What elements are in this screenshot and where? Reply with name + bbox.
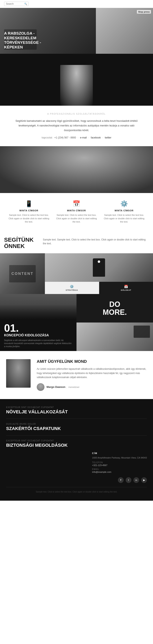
testimonial-section: AMIT ÜGYFELÜNK MOND Az üzleti csúcson je… [0,351,153,399]
testimonial-portrait-image [6,359,31,388]
info-contact: kapcsolat: +1 (234) 567 - 8900 · e-mail … [11,136,142,139]
social-facebook[interactable]: f [118,477,124,483]
header: 🔍 [0,0,153,8]
contact-sep2: · [88,136,89,139]
footer-contact-title: CÍM [92,452,147,454]
hero-title: A RABSZOLGA - KERESKEDELEM TÖRVÉNYESSÉGE… [4,31,47,50]
hero-section: Stop press A RABSZOLGA - KERESKEDELEM TÖ… [0,8,153,54]
contact-sep1: · [78,136,78,139]
segitunk-laptop-image: CONTENT [0,253,45,294]
author-sep: , [66,386,67,388]
footer-section: Excepteur sint occaecat cupidatat NÖVELJ… [0,399,153,501]
do-more-panel: DO MORE. [77,294,153,322]
segitunk-section: SEGÍTÜNK ÖNNEK Sample text. Sample text.… [0,231,153,294]
golok-box[interactable]: 📅 GÓLOKAT [99,282,153,294]
koncepcio-top-image [0,294,77,320]
contact-label: kapcsolat: [42,136,53,139]
footer-phone-label: TELEFON [92,461,147,464]
content-overlay-text: CONTENT [12,272,34,276]
contact-twitter[interactable]: twitter [105,136,111,139]
icon-item-3: ⚙️ MINTA CÍMSOR Sample text. Click to se… [104,200,144,224]
icon-item-1: 📱 MINTA CÍMSOR Sample text. Click to sel… [9,200,49,224]
contact-email[interactable]: e-mail [80,136,87,139]
info-description: Segítünk kamatoztatni az alacsony lógó g… [11,119,142,132]
icon-title-3: MINTA CÍMSOR [104,209,144,212]
portrait-container [56,61,97,106]
contact-sep3: · [102,136,103,139]
footer-heading-2: SZAKÉRTŐI CSAPATUNK [6,426,147,431]
footer-phone: +321-123-4567 [92,464,147,466]
social-youtube[interactable]: ▶ [141,477,147,483]
koncepcio-number: 01. [4,323,72,333]
koncepcio-description: Segítünk a célt célcsoport alkalmazkodni… [4,339,72,348]
footer-nav-2: Duis aute irure dolor SZAKÉRTŐI CSAPATUN… [6,423,147,431]
author-role: menedzser [68,386,79,388]
social-icons-row: f t in ▶ [6,477,147,483]
full-image-section [0,146,153,193]
icon-item-2: 📅 MINTA CÍMSOR Sample text. Click to sel… [56,200,97,224]
social-linkedin[interactable]: in [133,477,139,483]
icon-desc-1: Sample text. Click to select the text bo… [9,214,49,224]
icon-desc-2: Sample text. Click to select the text bo… [56,214,97,224]
sample-footer-text-container: Sample text. Click to select the text bo… [6,487,147,494]
footer-heading-1: NÖVELJE VÁLLALKOZÁSÁT [6,409,147,414]
footer-nav-3: Excepteur sint occaecat cupidatat BIZTON… [6,440,147,448]
info-section: A PROFESSZIONÁLIS SZOLGÁLTATÁSOKRÓL Segí… [0,106,153,146]
full-image [0,146,153,193]
footer-contact-row: CÍM 1600 Amphitheatre Parkway, Mountain … [6,452,147,474]
footer-divider-1 [6,418,147,419]
testimonial-author: Margo Dawson , menedzser [37,383,147,391]
search-icon: 🔍 [24,3,27,5]
icon-title-1: MINTA CÍMSOR [9,209,49,212]
golok-label: GÓLOKAT [121,289,131,291]
icon-gear: ⚙️ [104,200,144,207]
koncepcio-title: KONCEPCIÓ KIDOLGOZÁSA [4,333,72,337]
testimonial-content: AMIT ÜGYFELÜNK MOND Az üzleti csúcson je… [37,359,147,391]
author-avatar [37,383,45,391]
contact-facebook[interactable]: facebook [91,136,101,139]
footer-small-2: Duis aute irure dolor [6,423,147,425]
office-image [77,322,153,351]
footer-email: info@example.com [92,471,147,473]
social-twitter[interactable]: t [126,477,131,483]
strateg-box[interactable]: ⚙️ STRATÉGIA [45,282,99,294]
koncepcio-right-panel: DO MORE. [77,294,153,351]
footer-small-1: Excepteur sint occaecat cupidatat [6,406,147,408]
icon-phone: 📱 [9,200,49,207]
footer-heading-3: BIZTONSÁGI MEGOLDÁSOK [6,443,147,448]
contact-phone: +1 (234) 567 - 8900 [55,136,76,139]
portrait-image [60,65,93,106]
search-box[interactable]: 🔍 [4,2,29,6]
icon-title-2: MINTA CÍMSOR [56,209,97,212]
strateg-icon: ⚙️ [70,285,74,288]
testimonial-portrait-container [6,359,31,391]
segitunk-description: Sample text. Sample text. Click to selec… [43,238,149,246]
footer-email-label: EMAIL [92,468,147,470]
dark-portrait-section [0,54,153,106]
footer-nav-1: Excepteur sint occaecat cupidatat NÖVELJ… [6,406,147,414]
segitunk-title: SEGÍTÜNK ÖNNEK [4,237,40,250]
hero-text-overlay: A RABSZOLGA - KERESKEDELEM TÖRVÉNYESSÉGE… [4,31,47,50]
testimonial-title: AMIT ÜGYFELÜNK MOND [37,359,147,364]
icons-section: 📱 MINTA CÍMSOR Sample text. Click to sel… [0,193,153,231]
strateg-label: STRATÉGIA [66,289,78,291]
author-name: Margo Dawson , menedzser [47,386,80,388]
testimonial-text: Az üzleti csúcson jellemzően tapasztralt… [37,367,147,379]
koncepcio-left-panel: 01. KONCEPCIÓ KIDOLGOZÁSA Segítünk a cél… [0,294,77,351]
footer-address: 1600 Amphitheatre Parkway, Mountain View… [92,456,147,460]
icon-desc-3: Sample text. Click to select the text bo… [104,214,144,224]
footer-divider-2 [6,435,147,436]
sample-footer-text: Sample text. Click to select the text bo… [6,490,147,494]
do-more-text: DO MORE. [103,300,127,316]
info-subtitle: A PROFESSZIONÁLIS SZOLGÁLTATÁSOKRÓL [11,113,142,115]
icon-calendar: 📅 [56,200,97,207]
footer-contact-box: CÍM 1600 Amphitheatre Parkway, Mountain … [92,452,147,474]
golok-icon: 📅 [124,285,128,288]
footer-small-3: Excepteur sint occaecat cupidatat [6,440,147,442]
search-input[interactable] [6,2,24,5]
segitunk-product-image [45,253,153,282]
koncepcio-section: 01. KONCEPCIÓ KIDOLGOZÁSA Segítünk a cél… [0,294,153,351]
